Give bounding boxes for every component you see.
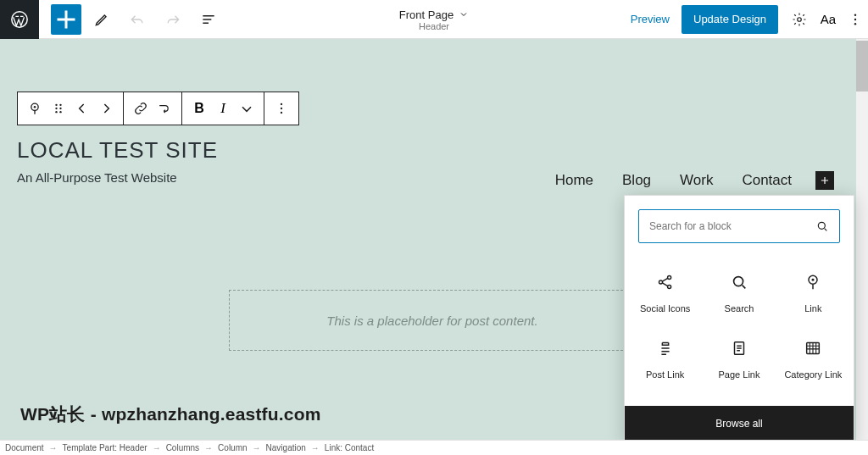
list-view-button[interactable]	[193, 4, 224, 35]
nav-item-home[interactable]: Home	[555, 172, 593, 189]
block-inserter-popover: Social IconsSearchLinkPost LinkPage Link…	[624, 195, 854, 440]
post-content-placeholder[interactable]: This is a placeholder for post content.	[229, 290, 636, 351]
svg-point-11	[55, 111, 57, 113]
breadcrumb-item[interactable]: Link: Contact	[325, 443, 374, 452]
chevron-left-icon	[74, 100, 91, 117]
svg-point-22	[812, 279, 815, 281]
svg-point-15	[281, 112, 282, 114]
pagelink-icon	[730, 339, 748, 359]
chevron-down-icon	[238, 100, 255, 117]
inserter-item-postlink[interactable]: Post Link	[628, 326, 702, 392]
submenu-icon	[156, 100, 173, 117]
document-title-button[interactable]: Front Page	[399, 8, 469, 21]
nav-add-button[interactable]	[815, 171, 834, 190]
search-icon	[815, 219, 829, 233]
search-icon	[730, 273, 748, 293]
block-more-button[interactable]	[270, 97, 293, 120]
block-type-button[interactable]	[23, 97, 47, 120]
svg-point-18	[667, 275, 670, 279]
inserter-item-label: Link	[804, 303, 821, 314]
inserter-search-input[interactable]	[649, 220, 815, 232]
page-title: Front Page	[399, 8, 453, 21]
scrollbar-thumb[interactable]	[856, 41, 868, 92]
inserter-item-link[interactable]: Link	[776, 260, 850, 326]
inserter-item-label: Social Icons	[640, 303, 690, 314]
inserter-item-pagelink[interactable]: Page Link	[702, 326, 776, 392]
wordpress-logo[interactable]	[0, 0, 39, 39]
plus-icon	[819, 175, 831, 186]
vertical-scrollbar[interactable]	[856, 39, 868, 440]
svg-point-6	[34, 106, 36, 108]
svg-point-16	[818, 222, 825, 229]
styles-button[interactable]: Aa	[814, 5, 843, 34]
update-design-button[interactable]: Update Design	[682, 5, 778, 34]
link-icon	[804, 273, 822, 293]
more-options-button[interactable]	[843, 12, 868, 27]
preview-button[interactable]: Preview	[619, 13, 682, 25]
navigation-menu: Home Blog Work Contact	[555, 171, 834, 190]
redo-button[interactable]	[158, 4, 188, 35]
share-icon	[656, 273, 675, 293]
drag-handle[interactable]	[47, 97, 70, 120]
breadcrumb-item[interactable]: Column	[218, 443, 247, 452]
outline-icon	[200, 11, 217, 28]
breadcrumb-separator: →	[311, 443, 320, 452]
breadcrumb-separator: →	[204, 443, 213, 452]
add-block-button[interactable]	[51, 4, 81, 35]
breadcrumb-item[interactable]: Document	[5, 443, 44, 452]
breadcrumb-item[interactable]: Columns	[166, 443, 199, 452]
kebab-icon	[848, 12, 863, 27]
inserter-item-label: Page Link	[719, 369, 760, 380]
gear-icon	[792, 12, 807, 27]
inserter-item-catlink[interactable]: Category Link	[776, 326, 850, 392]
inserter-item-search[interactable]: Search	[702, 260, 776, 326]
plus-icon	[51, 4, 81, 35]
breadcrumb: Document→Template Part: Header→Columns→C…	[0, 440, 868, 455]
postlink-icon	[656, 339, 675, 359]
svg-point-4	[854, 23, 856, 25]
site-title[interactable]: LOCAL TEST SITE	[17, 137, 839, 164]
breadcrumb-separator: →	[49, 443, 58, 452]
block-toolbar: B I	[17, 92, 299, 125]
nav-item-work[interactable]: Work	[680, 172, 713, 189]
svg-point-10	[59, 108, 61, 109]
drag-icon	[50, 100, 67, 117]
move-left-button[interactable]	[70, 97, 94, 120]
inserter-item-label: Post Link	[646, 369, 684, 380]
breadcrumb-separator: →	[253, 443, 261, 452]
undo-icon	[129, 11, 146, 28]
redo-icon	[164, 11, 181, 28]
watermark-text: WP站长 - wpzhanzhang.eastfu.com	[20, 402, 321, 426]
top-toolbar: Front Page Header Preview Update Design …	[0, 0, 868, 39]
wordpress-icon	[10, 10, 29, 29]
nav-item-contact[interactable]: Contact	[742, 172, 792, 189]
italic-button[interactable]: I	[211, 97, 235, 120]
browse-all-button[interactable]: Browse all	[625, 406, 854, 440]
svg-point-8	[59, 104, 61, 106]
bold-button[interactable]: B	[187, 97, 211, 120]
link-button[interactable]	[129, 97, 153, 120]
undo-button[interactable]	[122, 4, 153, 35]
move-right-button[interactable]	[94, 97, 118, 120]
svg-point-1	[798, 17, 802, 21]
svg-point-12	[59, 111, 61, 113]
nav-item-blog[interactable]: Blog	[622, 172, 651, 189]
settings-button[interactable]	[785, 5, 814, 34]
svg-point-13	[281, 103, 282, 105]
pin-icon	[26, 100, 43, 117]
inserter-search-wrap	[638, 209, 840, 243]
more-rich-button[interactable]	[235, 97, 259, 120]
svg-point-2	[854, 14, 856, 15]
svg-point-9	[55, 108, 57, 109]
inserter-item-share[interactable]: Social Icons	[628, 260, 702, 326]
kebab-icon	[273, 100, 290, 117]
edit-mode-button[interactable]	[86, 4, 117, 35]
chevron-down-icon	[459, 9, 469, 19]
svg-point-3	[854, 18, 856, 19]
svg-point-17	[659, 280, 662, 284]
breadcrumb-item[interactable]: Navigation	[266, 443, 306, 452]
breadcrumb-item[interactable]: Template Part: Header	[63, 443, 147, 452]
submenu-button[interactable]	[153, 97, 176, 120]
inserter-item-label: Search	[725, 303, 754, 314]
editor-canvas-wrap: B I LOCAL TEST SITE An All-Purpose Test …	[0, 39, 868, 440]
